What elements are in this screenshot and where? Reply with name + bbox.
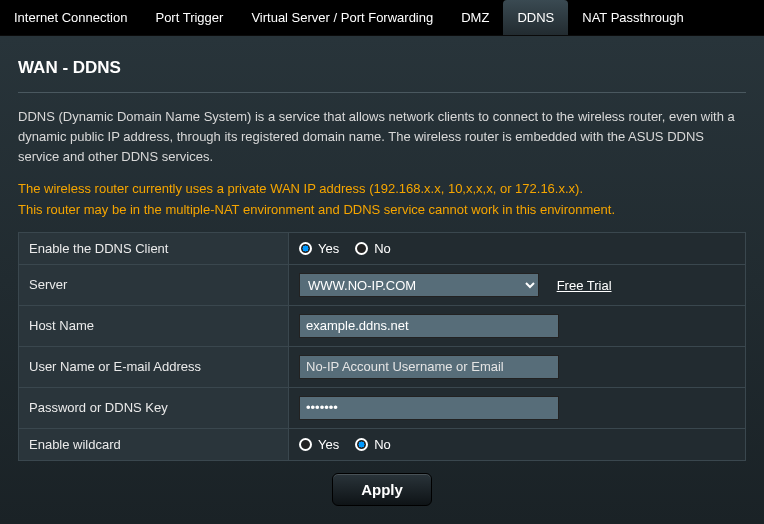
username-input[interactable]: [299, 355, 559, 379]
tab-nat-passthrough[interactable]: NAT Passthrough: [568, 0, 697, 35]
tab-virtual-server[interactable]: Virtual Server / Port Forwarding: [237, 0, 447, 35]
host-name-input[interactable]: [299, 314, 559, 338]
server-select[interactable]: WWW.NO-IP.COM: [299, 273, 539, 297]
page-content: WAN - DDNS DDNS (Dynamic Domain Name Sys…: [0, 35, 764, 524]
apply-button[interactable]: Apply: [332, 473, 432, 506]
tab-dmz[interactable]: DMZ: [447, 0, 503, 35]
settings-table: Enable the DDNS Client Yes No Server WWW…: [18, 232, 746, 461]
enable-client-no-label[interactable]: No: [374, 241, 391, 256]
tab-bar: Internet Connection Port Trigger Virtual…: [0, 0, 764, 35]
tab-ddns[interactable]: DDNS: [503, 0, 568, 35]
enable-client-no-radio[interactable]: [355, 242, 368, 255]
warning-line-1: The wireless router currently uses a pri…: [18, 179, 746, 199]
enable-client-yes-radio[interactable]: [299, 242, 312, 255]
free-trial-link[interactable]: Free Trial: [557, 278, 612, 293]
wildcard-no-label[interactable]: No: [374, 437, 391, 452]
wildcard-yes-radio[interactable]: [299, 438, 312, 451]
username-label: User Name or E-mail Address: [19, 346, 289, 387]
server-label: Server: [19, 264, 289, 305]
wildcard-label: Enable wildcard: [19, 428, 289, 460]
page-title: WAN - DDNS: [18, 58, 746, 78]
password-label: Password or DDNS Key: [19, 387, 289, 428]
enable-client-yes-label[interactable]: Yes: [318, 241, 339, 256]
enable-client-label: Enable the DDNS Client: [19, 232, 289, 264]
warning-text: The wireless router currently uses a pri…: [18, 179, 746, 219]
divider: [18, 92, 746, 93]
description-text: DDNS (Dynamic Domain Name System) is a s…: [18, 107, 746, 167]
tab-port-trigger[interactable]: Port Trigger: [141, 0, 237, 35]
wildcard-yes-label[interactable]: Yes: [318, 437, 339, 452]
host-name-label: Host Name: [19, 305, 289, 346]
wildcard-no-radio[interactable]: [355, 438, 368, 451]
tab-internet-connection[interactable]: Internet Connection: [0, 0, 141, 35]
warning-line-2: This router may be in the multiple-NAT e…: [18, 200, 746, 220]
password-input[interactable]: [299, 396, 559, 420]
